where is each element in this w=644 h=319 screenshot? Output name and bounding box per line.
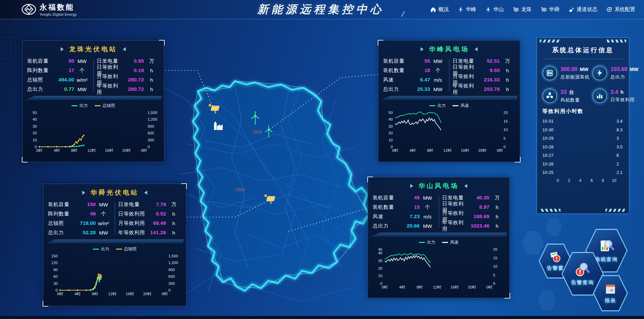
stat-label: 月等效利用	[118, 220, 146, 227]
stat-label: 阵列数量	[48, 211, 75, 217]
bar-category-label: 10-29	[542, 136, 558, 141]
page-title: 新能源远程集控中心	[257, 2, 384, 17]
stat-unit: MW	[96, 202, 111, 207]
svg-text:20时: 20时	[468, 285, 476, 289]
svg-text:4时: 4时	[399, 285, 405, 289]
stat-row: 日等效利用8.97h	[442, 204, 505, 210]
stat-unit: 万	[489, 195, 505, 201]
legend-swatch	[116, 249, 122, 250]
svg-text:0: 0	[148, 145, 150, 149]
nav-item-huashun[interactable]: 华舜	[541, 6, 559, 13]
svg-text:20时: 20时	[143, 292, 152, 296]
stat-row: 总出力25.66MW	[373, 222, 435, 229]
station-stats: 装机容量55MW装机数量18个风速6.47m/s总出力25.33MW日发电量52…	[383, 58, 515, 92]
legend-item: 出力	[429, 103, 446, 109]
alarm-window-icon	[549, 251, 562, 263]
title-arrow-right-icon	[82, 191, 85, 195]
stat-value: 0.95	[123, 58, 144, 64]
equivalent-hours-bar-chart: 10-313.410-308.310-29310-283.510-27610-2…	[542, 118, 624, 184]
fan-icon	[542, 88, 557, 103]
stat-value: 718.00	[75, 220, 96, 226]
system-stat-value: 33台	[560, 89, 580, 95]
svg-text:20: 20	[503, 111, 508, 115]
bar-axis-tick: 4	[579, 178, 582, 183]
stat-value: 52.28	[75, 230, 96, 236]
nav-item-system-config[interactable]: 系统配置	[606, 6, 635, 13]
stat-row: 装机容量55MW	[383, 58, 446, 64]
stat-unit: h	[166, 211, 181, 217]
wind-turbine-marker	[263, 125, 274, 139]
hazard-stripe	[540, 40, 560, 43]
svg-text:50: 50	[388, 111, 393, 115]
title-arrow-left-icon	[123, 47, 126, 51]
nav-item-huashan[interactable]: 华山	[485, 6, 504, 13]
title-arrow-left-icon	[144, 191, 147, 195]
svg-text:15: 15	[493, 256, 497, 260]
title-arrow-left-icon	[475, 47, 478, 51]
stat-unit: 个	[96, 211, 111, 217]
svg-text:60: 60	[53, 274, 58, 278]
svg-text:900: 900	[148, 124, 154, 128]
station-title: 华峰风电场	[383, 45, 515, 54]
power-plant-marker	[212, 120, 223, 133]
svg-text:30: 30	[378, 259, 382, 263]
main-nav: 概况 华峰 华山 龙珠 华舜 通道状态 系统配置	[430, 0, 635, 19]
svg-text:900: 900	[168, 268, 175, 272]
column-divider	[93, 59, 94, 91]
nav-item-overview[interactable]: 概况	[430, 6, 449, 13]
stat-row: 装机容量45MW	[373, 194, 435, 201]
stat-unit: 个	[430, 67, 446, 74]
svg-text:12时: 12时	[443, 148, 452, 152]
bar-axis-tick: 8	[602, 178, 604, 183]
station-title: 华舜光伏电站	[48, 188, 181, 197]
stat-value: 25.33	[410, 86, 430, 92]
brand-logo: 永福数能 Yongfu Digital Energy	[21, 2, 77, 17]
system-stat-value: 3.4h	[610, 89, 635, 95]
stat-value: 7.78	[145, 201, 166, 207]
station-panel-huafeng: 华峰风电场 装机容量55MW装机数量18个风速6.47m/s总出力25.33MW…	[378, 40, 520, 162]
stat-unit: MW	[430, 86, 446, 92]
stat-label: 装机容量	[48, 201, 75, 208]
stat-unit: MW	[96, 230, 111, 236]
stat-value: 25.66	[399, 223, 420, 229]
stat-row: 日发电量52.51万	[453, 58, 516, 64]
legend-swatch	[442, 242, 448, 243]
stat-row: 风速6.47m/s	[383, 76, 446, 83]
svg-text:16时: 16时	[450, 285, 459, 289]
stat-row: 月等效利用216.33h	[453, 76, 516, 83]
stat-label: 日等效利用	[118, 211, 146, 217]
stat-unit: MW	[74, 86, 90, 92]
stat-row: 阵列数量49个	[48, 210, 111, 217]
stat-value: 8.97	[469, 204, 489, 210]
stat-label: 装机数量	[383, 67, 410, 74]
stat-value: 18	[410, 67, 430, 73]
nav-item-longzhu[interactable]: 龙珠	[513, 6, 532, 13]
stat-label: 日发电量	[442, 195, 469, 201]
svg-text:16时: 16时	[461, 148, 469, 152]
stat-value: 49	[75, 211, 96, 217]
solar-station-marker	[207, 103, 221, 117]
svg-text:0时: 0时	[57, 292, 63, 296]
legend-item: 出力	[419, 240, 435, 245]
chart-legend: 出力总辐照	[48, 246, 181, 252]
stat-row: 装机数量15个	[373, 204, 435, 210]
stat-unit: 万	[144, 58, 159, 64]
bar-track	[558, 136, 614, 141]
stat-row: 总出力52.28MW	[48, 229, 111, 236]
system-stat: 3.4h日等效利用	[592, 88, 638, 103]
bar-track	[558, 153, 614, 158]
bar-category-label: 10-28	[542, 144, 558, 149]
stat-row: 装机数量18个	[383, 67, 446, 74]
svg-text:G533: G533	[254, 130, 262, 134]
column-divider	[439, 195, 439, 228]
nav-item-huafeng[interactable]: 华峰	[458, 6, 476, 13]
longzhu-day-chart: 0102030405003006009001,2001,5000时4时8时12时…	[27, 109, 160, 153]
stat-row: 日等效利用9.55h	[453, 67, 516, 74]
stat-value: 55	[410, 58, 430, 64]
stat-label: 装机容量	[383, 58, 410, 64]
nav-item-channel-status[interactable]: 通道状态	[569, 6, 597, 13]
system-stats: 300.00MW总新能源装机103.68MW总出力33台风机数量3.4h日等效利…	[542, 66, 624, 103]
bar-axis-tick: 0	[557, 178, 559, 183]
stat-row: 总辐照718.00w/m²	[48, 220, 111, 227]
svg-text:300: 300	[148, 138, 154, 142]
